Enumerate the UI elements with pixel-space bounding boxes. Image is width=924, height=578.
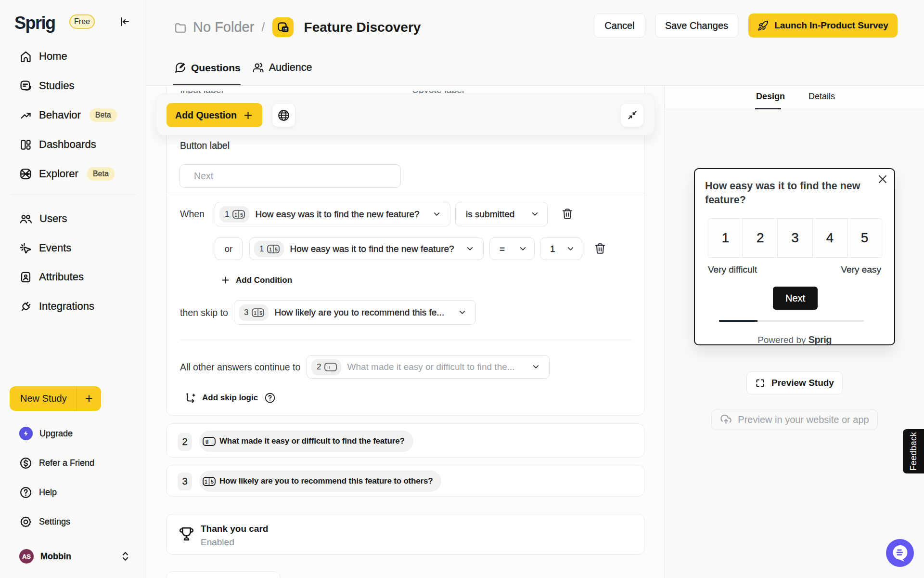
svg-text:5: 5 [241,212,244,217]
svg-text:1: 1 [205,479,207,485]
svg-text:5: 5 [275,247,278,252]
svg-text:1: 1 [235,212,238,217]
svg-text:5: 5 [211,479,214,485]
svg-text:1: 1 [254,310,257,315]
svg-text:5: 5 [260,310,263,315]
svg-text:↑I: ↑I [327,365,330,370]
svg-text:1: 1 [270,247,272,252]
svg-text:tl: tl [205,439,208,445]
